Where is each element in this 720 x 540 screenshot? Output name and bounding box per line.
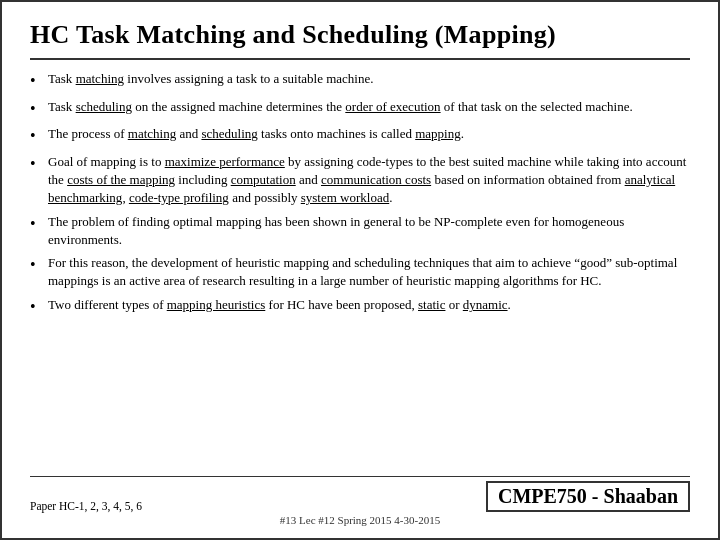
bullet-dot-4: • <box>30 153 48 175</box>
footer: Paper HC-1, 2, 3, 4, 5, 6 CMPE750 - Shaa… <box>30 476 690 512</box>
bullet-7: • Two different types of mapping heurist… <box>30 296 690 318</box>
bullet-text-4: Goal of mapping is to maximize performan… <box>48 153 690 207</box>
bullet-4: • Goal of mapping is to maximize perform… <box>30 153 690 207</box>
bullet-dot-7: • <box>30 296 48 318</box>
bullet-text-6: For this reason, the development of heur… <box>48 254 690 290</box>
bullet-3: • The process of matching and scheduling… <box>30 125 690 147</box>
bullet-6: • For this reason, the development of he… <box>30 254 690 290</box>
footer-paper: Paper HC-1, 2, 3, 4, 5, 6 <box>30 500 142 512</box>
bullet-5: • The problem of finding optimal mapping… <box>30 213 690 249</box>
bullet-dot-3: • <box>30 125 48 147</box>
bullet-1: • Task matching involves assigning a tas… <box>30 70 690 92</box>
slide: HC Task Matching and Scheduling (Mapping… <box>0 0 720 540</box>
bullet-text-1: Task matching involves assigning a task … <box>48 70 690 88</box>
content-area: • Task matching involves assigning a tas… <box>30 70 690 472</box>
bullet-dot-5: • <box>30 213 48 235</box>
footer-branding: CMPE750 - Shaaban <box>486 481 690 512</box>
bullet-dot-6: • <box>30 254 48 276</box>
bullet-dot-1: • <box>30 70 48 92</box>
bullet-2: • Task scheduling on the assigned machin… <box>30 98 690 120</box>
bullet-text-5: The problem of finding optimal mapping h… <box>48 213 690 249</box>
slide-title: HC Task Matching and Scheduling (Mapping… <box>30 20 690 60</box>
bullet-text-3: The process of matching and scheduling t… <box>48 125 690 143</box>
bullet-text-2: Task scheduling on the assigned machine … <box>48 98 690 116</box>
bullet-text-7: Two different types of mapping heuristic… <box>48 296 690 314</box>
bullet-dot-2: • <box>30 98 48 120</box>
footer-bottom: #13 Lec #12 Spring 2015 4-30-2015 <box>30 512 690 526</box>
